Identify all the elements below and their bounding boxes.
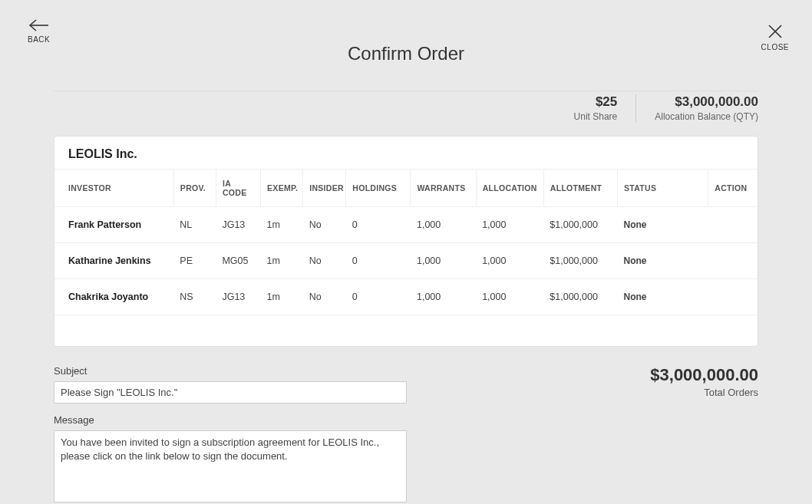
cell-investor: Katharine Jenkins [54, 243, 173, 279]
close-button[interactable]: CLOSE [761, 23, 789, 51]
cell-ia_code: JG13 [216, 279, 260, 315]
cell-insider: No [303, 207, 346, 243]
cell-status: None [618, 279, 708, 315]
allocation-balance-value: $3,000,000.00 [655, 94, 758, 110]
unit-share-label: Unit Share [574, 111, 618, 122]
cell-insider: No [303, 279, 346, 315]
cell-allotment: $1,000,000 [543, 243, 617, 279]
th-warrants: WARRANTS [411, 170, 476, 207]
cell-action [708, 243, 758, 279]
total-orders-value: $3,000,000.00 [437, 365, 758, 385]
th-holdings: HOLDINGS [346, 170, 411, 207]
cell-allotment: $1,000,000 [543, 207, 617, 243]
th-insider: INSIDER [303, 170, 346, 207]
summary-unit-share: $25 Unit Share [556, 94, 618, 122]
unit-share-value: $25 [574, 94, 618, 110]
cell-action [708, 279, 758, 315]
page-title: Confirm Order [0, 18, 812, 64]
th-prov: PROV. [173, 170, 216, 207]
cell-investor: Chakrika Joyanto [54, 279, 173, 315]
cell-action [708, 207, 758, 243]
orders-card: LEOLIS Inc. INVESTOR PROV. IA CODE EXEMP… [54, 136, 758, 347]
form-column: Subject Message [54, 365, 407, 505]
subject-input[interactable] [54, 381, 407, 404]
table-row[interactable]: Frank PattersonNLJG131mNo01,0001,000$1,0… [54, 207, 758, 243]
table-header-row: INVESTOR PROV. IA CODE EXEMP. INSIDER HO… [54, 170, 758, 207]
cell-prov: PE [173, 243, 216, 279]
subject-label: Subject [54, 365, 407, 377]
th-investor: INVESTOR [54, 170, 173, 207]
cell-allotment: $1,000,000 [543, 279, 617, 315]
cell-allocation: 1,000 [476, 207, 543, 243]
summary-row: $25 Unit Share $3,000,000.00 Allocation … [54, 91, 758, 122]
cell-exemp: 1m [261, 207, 303, 243]
cell-allocation: 1,000 [476, 243, 543, 279]
orders-table: INVESTOR PROV. IA CODE EXEMP. INSIDER HO… [54, 169, 758, 346]
close-label: CLOSE [761, 43, 789, 51]
back-label: BACK [28, 35, 50, 44]
th-exemp: EXEMP. [261, 170, 303, 207]
cell-allocation: 1,000 [476, 279, 543, 315]
table-row[interactable]: Katharine JenkinsPEMG051mNo01,0001,000$1… [54, 243, 758, 279]
cell-warrants: 1,000 [411, 243, 476, 279]
back-button[interactable]: BACK [28, 18, 50, 44]
th-iacode: IA CODE [216, 170, 260, 207]
close-icon [767, 23, 784, 40]
th-allotment: ALLOTMENT [543, 170, 617, 207]
cell-ia_code: MG05 [216, 243, 260, 279]
message-label: Message [54, 414, 407, 426]
summary-allocation-balance: $3,000,000.00 Allocation Balance (QTY) [635, 94, 758, 122]
total-orders-label: Total Orders [437, 387, 758, 398]
cell-exemp: 1m [261, 279, 303, 315]
totals-column: $3,000,000.00 Total Orders [437, 365, 758, 505]
cell-prov: NS [173, 279, 216, 315]
message-textarea[interactable] [54, 430, 407, 502]
cell-holdings: 0 [346, 243, 411, 279]
th-status: STATUS [618, 170, 708, 207]
cell-exemp: 1m [261, 243, 303, 279]
cell-prov: NL [173, 207, 216, 243]
modal-header: BACK Confirm Order CLOSE [0, 0, 812, 77]
cell-warrants: 1,000 [411, 279, 476, 315]
cell-warrants: 1,000 [411, 207, 476, 243]
allocation-balance-label: Allocation Balance (QTY) [655, 111, 758, 122]
cell-holdings: 0 [346, 207, 411, 243]
th-allocation: ALLOCATION [476, 170, 543, 207]
lower-section: Subject Message $3,000,000.00 Total Orde… [54, 365, 758, 505]
table-row[interactable]: Chakrika JoyantoNSJG131mNo01,0001,000$1,… [54, 279, 758, 315]
cell-status: None [618, 243, 708, 279]
cell-insider: No [303, 243, 346, 279]
content-wrapper: $25 Unit Share $3,000,000.00 Allocation … [54, 91, 758, 504]
cell-investor: Frank Patterson [54, 207, 173, 243]
arrow-left-icon [28, 18, 50, 32]
company-name: LEOLIS Inc. [54, 137, 758, 169]
cell-status: None [618, 207, 708, 243]
th-action: ACTION [708, 170, 758, 207]
cell-holdings: 0 [346, 279, 411, 315]
cell-ia_code: JG13 [216, 207, 260, 243]
